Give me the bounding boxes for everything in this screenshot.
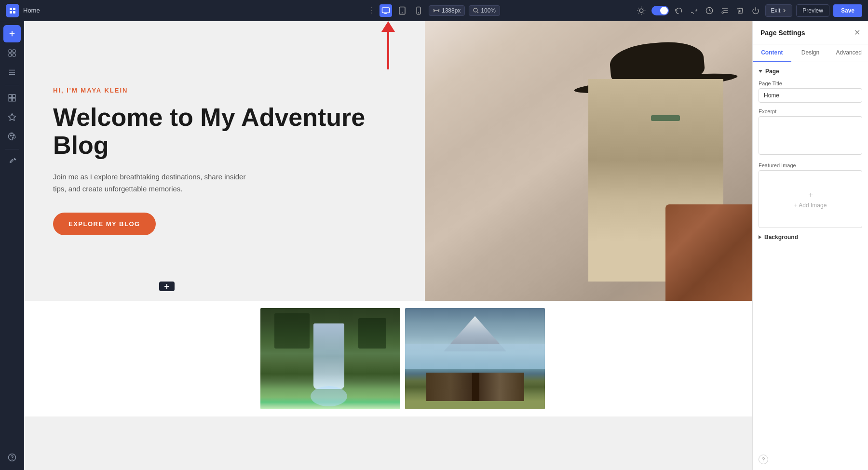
excerpt-textarea[interactable] — [759, 116, 862, 155]
theme-toggle-btn[interactable] — [635, 4, 648, 17]
svg-point-42 — [13, 135, 14, 136]
preview-label: Preview — [802, 7, 823, 14]
panel-body: Page Page Title Excerpt Featured Image ＋… — [753, 62, 868, 449]
glasses — [651, 115, 680, 121]
save-button[interactable]: Save — [833, 4, 862, 17]
sidebar-icon-pages[interactable] — [3, 44, 21, 62]
trash-btn[interactable] — [734, 5, 746, 16]
sidebar-icon-design[interactable] — [3, 128, 21, 145]
preview-button[interactable]: Preview — [796, 4, 829, 17]
excerpt-label: Excerpt — [759, 108, 862, 114]
excerpt-field: Excerpt — [759, 108, 862, 162]
tablet-view-btn[interactable] — [396, 4, 408, 17]
dark-mode-toggle[interactable] — [651, 6, 669, 15]
close-panel-button[interactable]: ✕ — [854, 28, 860, 37]
svg-rect-32 — [9, 54, 11, 56]
zoom-display[interactable]: 100% — [469, 5, 500, 16]
page-title-field: Page Title — [759, 81, 862, 108]
top-bar-right: Exit Preview Save — [635, 4, 862, 17]
top-bar-center: ⋮ 1388px 100% — [368, 4, 500, 17]
svg-rect-40 — [12, 98, 15, 101]
tab-content[interactable]: Content — [753, 44, 791, 62]
history-btn[interactable] — [704, 5, 715, 16]
top-bar: Home ⋮ 1388px 100% — [0, 0, 868, 21]
canvas-area: HI, I'M MAYA KLEIN Welcome to My Adventu… — [24, 21, 752, 470]
main-layout: HI, I'M MAYA KLEIN Welcome to My Adventu… — [0, 21, 868, 470]
gallery-section — [24, 301, 752, 416]
undo-btn[interactable] — [673, 5, 684, 16]
gallery-image-mountain — [405, 308, 545, 409]
page-section-label: Page — [765, 68, 779, 75]
page-title-label: Home — [23, 7, 40, 14]
svg-point-41 — [10, 135, 11, 136]
featured-image-label: Featured Image — [759, 162, 862, 168]
scroll-up-indicator — [387, 21, 389, 69]
svg-rect-33 — [13, 54, 15, 56]
exit-button[interactable]: Exit — [765, 4, 792, 17]
tab-design[interactable]: Design — [791, 44, 830, 62]
svg-rect-37 — [9, 94, 12, 97]
hero-photo — [425, 21, 753, 301]
svg-line-17 — [644, 13, 644, 13]
panel-title: Page Settings — [760, 29, 805, 37]
sidebar-icon-help[interactable] — [3, 449, 21, 466]
arrow-head — [381, 21, 395, 32]
collapse-icon — [759, 70, 762, 73]
featured-image-field: Featured Image ＋ + Add Image — [759, 162, 862, 228]
sidebar-icon-layers[interactable] — [3, 64, 21, 81]
editor-settings-btn[interactable] — [719, 5, 731, 16]
add-image-label: + Add Image — [794, 202, 827, 209]
redo-btn[interactable] — [688, 5, 700, 16]
more-options-icon[interactable]: ⋮ — [368, 6, 376, 15]
add-image-icon: ＋ — [807, 190, 814, 200]
svg-rect-3 — [13, 11, 15, 13]
right-panel: Page Settings ✕ Content Design Advanced … — [752, 21, 868, 470]
left-sidebar — [0, 21, 24, 470]
sidebar-divider-1 — [5, 85, 19, 85]
sidebar-icon-theme[interactable] — [3, 108, 21, 126]
expand-icon — [759, 235, 761, 239]
page-title-label: Page Title — [759, 81, 862, 86]
top-bar-left: Home — [6, 4, 40, 17]
svg-line-16 — [638, 8, 639, 8]
tab-advanced[interactable]: Advanced — [829, 44, 868, 62]
svg-line-12 — [477, 12, 479, 13]
background-label: Background — [764, 234, 798, 241]
sidebar-icon-add[interactable] — [3, 25, 21, 42]
page-section-header[interactable]: Page — [759, 68, 862, 75]
svg-rect-31 — [13, 50, 15, 52]
panel-footer: ? — [753, 449, 868, 470]
gallery-image-waterfall — [260, 308, 400, 409]
svg-point-13 — [640, 9, 644, 13]
desktop-view-btn[interactable] — [380, 4, 392, 17]
svg-rect-4 — [382, 8, 389, 13]
app-logo[interactable] — [6, 4, 19, 17]
add-block-button[interactable] — [159, 282, 175, 291]
page-title-input[interactable] — [759, 88, 862, 103]
svg-point-11 — [474, 8, 477, 12]
svg-point-26 — [722, 12, 723, 13]
sidebar-icon-tools[interactable] — [3, 153, 21, 171]
svg-line-21 — [644, 8, 644, 8]
help-icon[interactable]: ? — [759, 455, 768, 464]
mobile-view-btn[interactable] — [412, 4, 425, 17]
width-display[interactable]: 1388px — [429, 5, 465, 16]
explore-button[interactable]: EXPLORE MY BLOG — [53, 213, 156, 235]
featured-image-box[interactable]: ＋ + Add Image — [759, 170, 862, 228]
hero-left: HI, I'M MAYA KLEIN Welcome to My Adventu… — [24, 21, 425, 301]
sidebar-icon-widgets[interactable] — [3, 89, 21, 107]
bag — [665, 204, 752, 301]
power-btn[interactable] — [750, 5, 761, 16]
hero-heading: Welcome to My Adventure Blog — [53, 104, 396, 159]
gallery-empty-space — [24, 301, 260, 416]
panel-header: Page Settings ✕ — [753, 21, 868, 44]
width-value: 1388px — [442, 7, 461, 14]
toggle-knob — [660, 7, 668, 14]
panel-tabs: Content Design Advanced — [753, 44, 868, 62]
svg-rect-0 — [10, 8, 12, 10]
save-label: Save — [841, 7, 854, 14]
hero-description: Join me as I explore breathtaking destin… — [53, 171, 246, 195]
svg-rect-30 — [9, 50, 11, 52]
background-section-header[interactable]: Background — [759, 234, 862, 241]
arrow-shaft — [387, 31, 389, 69]
